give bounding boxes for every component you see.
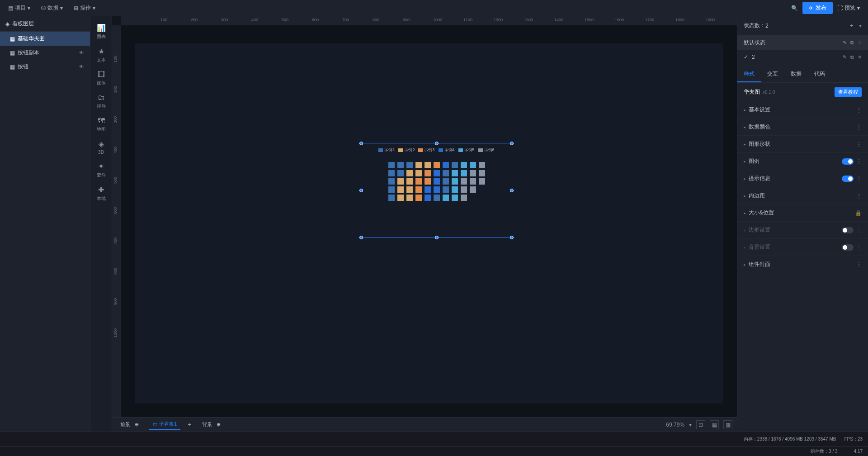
more-icon[interactable]: ⋮ [856,244,862,251]
menu-ops[interactable]: ⊞ 操作 ▾ [69,2,100,14]
layer-item[interactable]: ▦ 基础华夫图 [0,32,90,46]
selected-widget[interactable]: 示例1 示例2 示例3 示例4 示例5 示例6 [361,143,512,238]
publish-button[interactable]: ✈ 发布 [802,2,833,14]
add-background[interactable]: ⊕ [214,420,223,429]
fit-screen[interactable]: ⊡ [696,420,705,429]
state-header: 状态数： 2 ＋ ▾ [737,16,868,35]
chevron-right-icon: ▸ [744,159,746,164]
property-row[interactable]: ▸ 图例 ⋮ [737,153,868,170]
toggle[interactable] [842,244,854,251]
copy-icon[interactable]: ⧉ [850,54,854,60]
tab-code[interactable]: 代码 [808,66,831,82]
more-icon[interactable]: ⋮ [856,107,862,113]
scene-sub[interactable]: ▭ 子看板1 [149,419,180,430]
edit-icon[interactable]: ✎ [843,54,847,60]
comp-category[interactable]: ✚ 本地 [90,182,112,205]
comp-category[interactable]: 🎞 媒体 [90,67,112,90]
resize-handle-ml[interactable] [359,189,363,192]
monitor-icon: ▭ [153,421,157,427]
ruler-tick: 400 [113,147,118,153]
comp-category[interactable]: 🗂 控件 [90,90,112,113]
scene-foreground[interactable]: 前景 ⊕ [117,418,145,431]
chevron-down-icon[interactable]: ▾ [859,23,862,29]
waffle-cell [443,170,449,176]
more-icon[interactable]: ⋮ [856,124,862,130]
menu-data-label: 数据 [47,4,58,12]
topbar-search[interactable]: 🔍 [787,2,802,14]
comp-category[interactable]: 📊 图表 [90,20,112,43]
ruler-tick: 200 [113,86,118,93]
property-row[interactable]: ▸ 组件封面 ⋮ [737,256,868,273]
resize-handle-bm[interactable] [435,236,439,239]
legend-item: 示例4 [439,147,455,153]
property-row[interactable]: ▸ 大小&位置 🔒 [737,204,868,222]
waffle-cell [443,178,449,185]
category-icon: 🎞 [98,71,105,79]
panel-tabs: 样式 交互 数据 代码 [737,66,868,83]
comp-category[interactable]: ◈ 3D [90,136,112,158]
state-row[interactable]: 默认状态 ✎ ⧉ ✕ [737,35,868,50]
layer-item[interactable]: ▦ 按钮副本 👁 [0,46,90,60]
chevron-down-icon[interactable]: ▾ [689,422,692,428]
component-title-row: 华夫图 v0.1.0 查看教程 [737,83,868,101]
property-row[interactable]: ▸ 边框设置 ⋮ [737,222,868,239]
property-row[interactable]: ▸ 内边距 ⋮ [737,187,868,204]
tab-interact[interactable]: 交互 [761,66,784,82]
property-row[interactable]: ▸ 基本设置 ⋮ [737,101,868,119]
more-icon[interactable]: ⋮ [856,261,862,268]
comp-category[interactable]: ✦ 套件 [90,158,112,182]
more-icon[interactable]: ⋮ [856,176,862,182]
eye-icon[interactable]: 👁 [79,50,84,55]
waffle-cell [425,195,431,201]
more-icon[interactable]: ⋮ [856,227,862,233]
resize-handle-bl[interactable] [359,236,363,239]
add-state[interactable]: ＋ [847,21,856,30]
resize-handle-tl[interactable] [359,142,363,145]
toggle[interactable] [842,158,854,165]
waffle-cell [425,186,431,193]
more-icon[interactable]: ⋮ [856,193,862,199]
edit-icon[interactable]: ✎ [843,40,847,46]
layout-1[interactable]: ▦ [710,420,719,429]
comp-category[interactable]: 🗺 地图 [90,113,112,136]
tab-style[interactable]: 样式 [737,66,761,82]
property-row[interactable]: ▸ 背景设置 ⋮ [737,239,868,256]
waffle-cell [452,195,458,201]
preview-button[interactable]: ⛶ 预览 ▾ [833,2,864,14]
tutorial-button[interactable]: 查看教程 [835,87,862,97]
layout-2[interactable]: ▥ [723,420,732,429]
layer-item[interactable]: ▦ 按钮 👁 [0,60,90,74]
add-foreground[interactable]: ⊕ [132,420,141,429]
resize-handle-br[interactable] [510,236,514,239]
resize-handle-tm[interactable] [435,142,439,145]
ruler-vertical: 1002003004005006007008009001000 [112,25,121,417]
comp-category[interactable]: ★ 文本 [90,43,112,67]
waffle-cell [397,170,404,176]
menu-data[interactable]: ⛁ 数据 ▾ [37,2,67,14]
more-icon[interactable]: ⋮ [856,158,862,165]
more-icon[interactable]: ⋮ [856,141,862,147]
canvas[interactable]: 示例1 示例2 示例3 示例4 示例5 示例6 [121,25,737,417]
toggle[interactable] [842,227,854,233]
resize-handle-mr[interactable] [510,189,514,192]
waffle-cell [452,178,458,185]
close-icon[interactable]: ✕ [858,54,862,60]
scene-background[interactable]: 背景 ⊕ [198,418,226,431]
waffle-cell [415,195,422,201]
menu-project[interactable]: ▤ 项目 ▾ [4,2,35,14]
tab-data[interactable]: 数据 [784,66,808,82]
legend-swatch [418,148,423,152]
add-scene[interactable]: ＋ [185,420,194,429]
state-row[interactable]: ✓ 2 ✎ ⧉ ✕ [737,50,868,64]
eye-icon[interactable]: 👁 [79,64,84,69]
copy-icon[interactable]: ⧉ [850,40,854,46]
waffle-cell [388,186,395,193]
property-row[interactable]: ▸ 数据颜色 ⋮ [737,119,868,136]
property-row[interactable]: ▸ 提示信息 ⋮ [737,170,868,187]
resize-handle-tr[interactable] [510,142,514,145]
property-row[interactable]: ▸ 图形形状 ⋮ [737,136,868,153]
state-count-value: 2 [765,23,769,29]
toggle[interactable] [842,176,854,182]
chevron-down-icon: ▾ [60,5,63,11]
ruler-tick: 300 [113,116,118,123]
